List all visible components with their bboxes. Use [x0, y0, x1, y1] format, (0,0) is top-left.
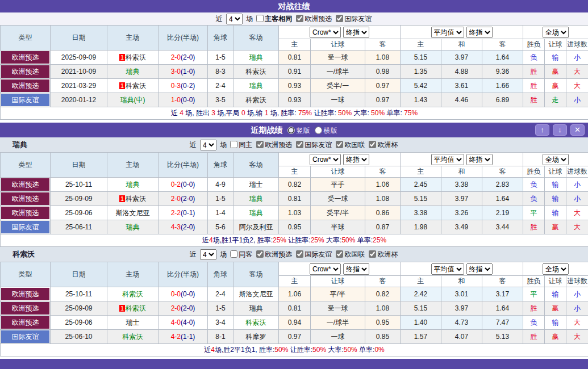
away-team-link[interactable]: 瑞典: [249, 209, 263, 217]
checkbox-主客相同[interactable]: [256, 15, 264, 22]
checkbox-欧洲预选[interactable]: [296, 15, 303, 22]
avg-home-cell: 3.38: [401, 206, 441, 220]
home-team-cell: 瑞典: [107, 178, 159, 192]
away-team-link[interactable]: 科索沃: [246, 68, 266, 76]
team0-col-header-3: 比分(半场): [159, 153, 208, 178]
team0-match-scope-select[interactable]: 全场: [543, 154, 569, 165]
team1-count-select[interactable]: 4: [200, 249, 216, 260]
h2h-average-final-odds-select[interactable]: 终指: [466, 27, 493, 38]
team0-bookmaker-select[interactable]: Crow*: [310, 154, 341, 165]
league-link[interactable]: 欧洲预选: [1, 178, 49, 191]
fulltime-score[interactable]: 4-3: [171, 223, 181, 231]
h2h-count-select[interactable]: 4: [226, 14, 243, 24]
checkbox-欧洲杯[interactable]: [369, 141, 376, 148]
team1-average-final-odds-select[interactable]: 终指: [466, 263, 493, 275]
league-link[interactable]: 国际友谊: [1, 330, 49, 343]
fulltime-score[interactable]: 0-0: [171, 290, 181, 298]
odds-home-cell: 0.82: [279, 178, 311, 192]
home-team-link[interactable]: 科索沃: [126, 304, 146, 312]
h2h-bookmaker-final-odds-select[interactable]: 终指: [343, 27, 369, 38]
fulltime-score[interactable]: 3-0: [171, 68, 181, 76]
arrow-down-button[interactable]: ↓: [553, 124, 567, 136]
team1-sub-header-result-handicap: 让球: [545, 276, 566, 287]
team1-bookmaker-final-odds-select[interactable]: 终指: [343, 263, 369, 275]
checkbox-同客[interactable]: [230, 250, 237, 258]
checkbox-国际友谊[interactable]: [336, 15, 343, 22]
h2h-average-select[interactable]: 平均值: [431, 27, 464, 38]
home-team-link[interactable]: 瑞典: [126, 223, 140, 231]
fulltime-score[interactable]: 2-0: [171, 53, 181, 61]
radio-vertical-layout[interactable]: [287, 127, 295, 134]
away-team-link[interactable]: 阿尔及利亚: [239, 223, 273, 231]
checkbox-欧洲杯[interactable]: [369, 250, 376, 258]
team1-average-select[interactable]: 平均值: [431, 263, 464, 275]
team1-sub-header-odds-away: 客: [365, 276, 401, 287]
home-team-link[interactable]: 斯洛文尼亚: [116, 209, 150, 217]
avg-home-cell: 5.42: [401, 79, 441, 93]
away-team-link[interactable]: 瑞典: [249, 53, 263, 61]
league-link[interactable]: 欧洲预选: [1, 302, 49, 315]
home-team-link[interactable]: 科索沃: [126, 53, 146, 61]
team1-summary-row: 近4场,胜2平1负1, 胜率:50% 让胜率:50% 大率:50% 单率:0%: [1, 344, 588, 357]
home-team-link[interactable]: 瑞典: [126, 181, 140, 188]
home-team-link[interactable]: 科索沃: [126, 82, 146, 90]
league-link[interactable]: 欧洲预选: [1, 65, 49, 78]
checkbox-欧洲预选[interactable]: [256, 141, 264, 148]
checkbox-同主[interactable]: [230, 141, 237, 148]
away-team-cell: 科索沃: [233, 93, 279, 107]
away-team-link[interactable]: 瑞典: [249, 304, 263, 312]
arrow-up-button[interactable]: ↑: [535, 124, 549, 136]
league-link[interactable]: 国际友谊: [1, 221, 49, 233]
checkbox-国际友谊[interactable]: [296, 141, 303, 148]
checkbox-欧洲预选[interactable]: [256, 250, 264, 258]
home-team-link[interactable]: 科索沃: [123, 290, 143, 298]
away-team-link[interactable]: 斯洛文尼亚: [239, 290, 273, 298]
team0-count-select[interactable]: 4: [200, 140, 216, 150]
away-team-link[interactable]: 瑞士: [249, 181, 263, 188]
fulltime-score[interactable]: 0-3: [171, 82, 181, 90]
home-team-link[interactable]: 瑞典: [126, 68, 140, 76]
handicap-result-cell: 输: [545, 206, 566, 220]
home-team-link[interactable]: 瑞典(中): [120, 96, 145, 104]
fulltime-score[interactable]: 2-0: [171, 304, 181, 312]
rank-badge: 1: [119, 195, 125, 202]
away-team-link[interactable]: 科索沃: [246, 318, 266, 326]
team0-average-select[interactable]: 平均值: [431, 154, 464, 165]
fulltime-score[interactable]: 2-0: [171, 195, 181, 203]
league-link[interactable]: 国际友谊: [1, 94, 49, 106]
checkbox-欧国联[interactable]: [336, 141, 343, 148]
home-team-link[interactable]: 科索沃: [123, 333, 143, 341]
goals-result-cell: 小: [566, 192, 588, 206]
date-cell: 2021-03-29: [51, 79, 107, 93]
home-team-link[interactable]: 科索沃: [126, 195, 146, 203]
away-team-link[interactable]: 科摩罗: [246, 333, 266, 341]
away-team-link[interactable]: 瑞典: [249, 195, 263, 203]
team0-average-final-odds-select[interactable]: 终指: [466, 154, 493, 165]
team1-match-scope-select[interactable]: 全场: [543, 263, 569, 275]
h2h-bookmaker-select[interactable]: Crow*: [310, 27, 341, 38]
league-link[interactable]: 欧洲预选: [1, 192, 49, 205]
league-link[interactable]: 欧洲预选: [1, 51, 49, 64]
h2h-col-header-5: 客场: [233, 26, 279, 51]
home-team-link[interactable]: 瑞士: [126, 318, 140, 326]
away-team-link[interactable]: 科索沃: [246, 96, 266, 104]
league-link[interactable]: 欧洲预选: [1, 207, 49, 219]
fulltime-score[interactable]: 4-0: [171, 318, 181, 326]
close-button[interactable]: ✕: [570, 124, 585, 136]
radio-horizontal-layout[interactable]: [315, 127, 322, 134]
away-team-link[interactable]: 瑞典: [249, 82, 263, 90]
team0-bookmaker-final-odds-select[interactable]: 终指: [343, 154, 369, 165]
fulltime-score[interactable]: 2-2: [171, 209, 181, 217]
away-team-cell: 瑞士: [233, 178, 279, 192]
fulltime-score[interactable]: 1-0: [171, 96, 181, 104]
fulltime-score[interactable]: 4-2: [171, 333, 181, 341]
league-link[interactable]: 欧洲预选: [1, 316, 49, 329]
league-link[interactable]: 欧洲预选: [1, 288, 49, 300]
fulltime-score[interactable]: 0-2: [171, 181, 181, 188]
h2h-match-scope-select[interactable]: 全场: [543, 27, 569, 38]
league-link[interactable]: 欧洲预选: [1, 79, 49, 92]
winlose-result-cell: 胜: [523, 93, 545, 107]
checkbox-欧国联[interactable]: [336, 250, 343, 258]
checkbox-国际友谊[interactable]: [296, 250, 303, 258]
team1-bookmaker-select[interactable]: Crow*: [310, 263, 341, 275]
